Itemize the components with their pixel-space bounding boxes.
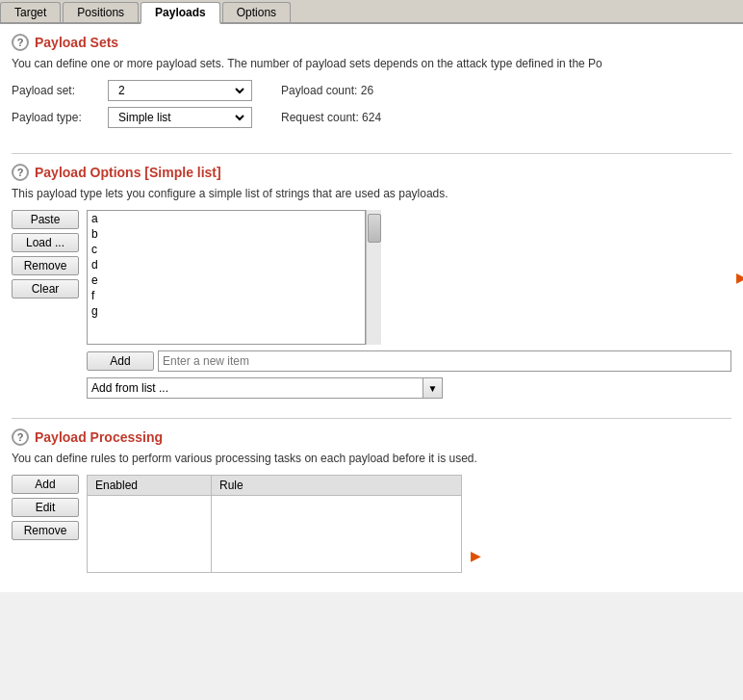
payload-type-select[interactable]: Simple list Runtime file Custom iterator… <box>113 108 247 127</box>
payload-processing-header: ? Payload Processing <box>12 428 731 446</box>
payload-sets-header: ? Payload Sets <box>12 34 731 51</box>
payload-options-section: ? Payload Options [Simple list] This pay… <box>12 164 731 408</box>
tabs-bar: Target Positions Payloads Options <box>0 0 743 24</box>
list-item[interactable]: g <box>88 303 365 319</box>
divider-2 <box>12 418 731 419</box>
processing-table: Enabled Rule <box>87 475 462 573</box>
payload-processing-section: ? Payload Processing You can define rule… <box>12 428 731 583</box>
rule-cell <box>212 496 462 573</box>
payload-sets-desc: You can define one or more payload sets.… <box>12 57 731 70</box>
col-enabled: Enabled <box>88 476 212 496</box>
payload-list-box[interactable]: a b c d e f g <box>87 210 366 345</box>
payload-set-select[interactable]: 1 2 3 4 <box>113 81 247 100</box>
tab-options[interactable]: Options <box>222 2 291 22</box>
list-item[interactable]: f <box>88 288 365 303</box>
list-item[interactable]: c <box>88 242 365 257</box>
payload-options-help-icon[interactable]: ? <box>12 164 29 181</box>
add-button[interactable]: Add <box>87 351 154 371</box>
request-count-label: Request count: 624 <box>281 111 381 124</box>
main-content: ? Payload Sets You can define one or mor… <box>0 24 743 592</box>
list-item[interactable]: b <box>88 226 365 242</box>
processing-edit-button[interactable]: Edit <box>12 498 79 517</box>
add-from-list-input[interactable] <box>87 377 423 399</box>
add-from-list-dropdown-icon[interactable]: ▼ <box>423 377 443 399</box>
payload-options-title: Payload Options [Simple list] <box>35 165 221 180</box>
list-container: a b c d e f g ▶ Add <box>87 210 731 399</box>
list-item[interactable]: e <box>88 272 365 288</box>
enabled-cell <box>88 496 212 573</box>
processing-btn-group: Add Edit Remove <box>12 475 79 573</box>
payload-count-label: Payload count: 26 <box>281 84 373 97</box>
payload-sets-help-icon[interactable]: ? <box>12 34 29 51</box>
table-row <box>88 496 462 573</box>
tab-target[interactable]: Target <box>0 2 61 22</box>
payload-processing-desc: You can define rules to perform various … <box>12 452 731 465</box>
col-rule: Rule <box>212 476 462 496</box>
scrollbar-track[interactable] <box>366 210 381 345</box>
payload-processing-title: Payload Processing <box>35 429 163 445</box>
payload-sets-title: Payload Sets <box>35 35 118 50</box>
chevron-down-icon: ▼ <box>428 383 438 394</box>
payload-set-label: Payload set: <box>12 84 108 97</box>
tab-payloads[interactable]: Payloads <box>141 2 220 24</box>
list-item[interactable]: d <box>88 257 365 272</box>
payload-btn-group: Paste Load ... Remove Clear <box>12 210 79 399</box>
processing-orange-arrow-icon: ▶ <box>471 548 481 563</box>
payload-processing-help-icon[interactable]: ? <box>12 428 29 446</box>
paste-button[interactable]: Paste <box>12 210 79 229</box>
remove-button[interactable]: Remove <box>12 256 79 275</box>
load-button[interactable]: Load ... <box>12 233 79 252</box>
divider-1 <box>12 153 731 154</box>
add-row: Add <box>87 350 731 372</box>
payload-type-label: Payload type: <box>12 111 108 124</box>
payload-options-desc: This payload type lets you configure a s… <box>12 187 731 200</box>
orange-arrow-icon: ▶ <box>736 270 743 285</box>
payload-sets-section: ? Payload Sets You can define one or mor… <box>12 34 731 143</box>
payload-type-row: Payload type: Simple list Runtime file C… <box>12 107 731 128</box>
processing-table-container: Enabled Rule ▶ <box>87 475 462 573</box>
payload-set-select-wrapper[interactable]: 1 2 3 4 <box>108 80 252 101</box>
list-item[interactable]: a <box>88 211 365 226</box>
payload-options-area: Paste Load ... Remove Clear a b c d e f … <box>12 210 731 399</box>
scrollbar-thumb[interactable] <box>368 214 381 243</box>
processing-remove-button[interactable]: Remove <box>12 521 79 540</box>
add-item-input[interactable] <box>158 350 731 372</box>
payload-type-select-wrapper[interactable]: Simple list Runtime file Custom iterator… <box>108 107 252 128</box>
clear-button[interactable]: Clear <box>12 279 79 298</box>
add-from-list-row[interactable]: ▼ <box>87 377 443 399</box>
tab-positions[interactable]: Positions <box>63 2 139 22</box>
payload-set-row: Payload set: 1 2 3 4 Payload count: 26 <box>12 80 731 101</box>
processing-add-button[interactable]: Add <box>12 475 79 494</box>
payload-options-header: ? Payload Options [Simple list] <box>12 164 731 181</box>
processing-area: Add Edit Remove Enabled Rule <box>12 475 731 573</box>
